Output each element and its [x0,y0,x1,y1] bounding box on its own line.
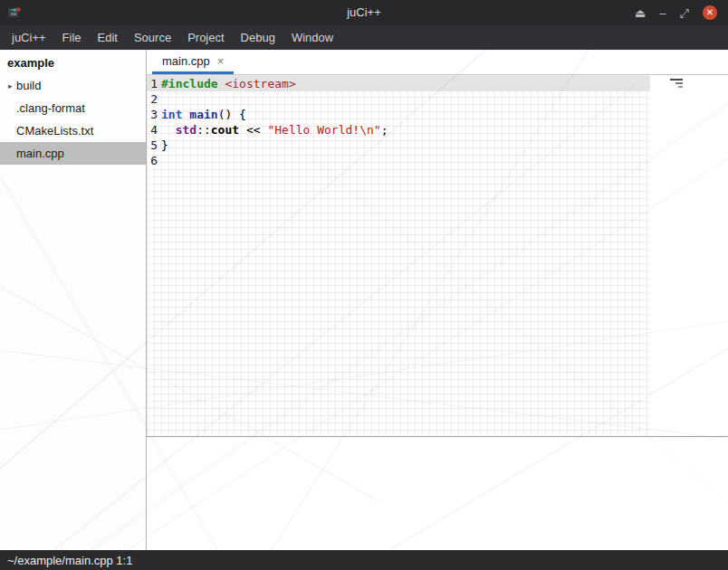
tab-main-cpp[interactable]: main.cpp × [152,50,234,74]
token-plain: << [239,123,267,137]
menu-item-project[interactable]: Project [179,25,232,50]
file-tree-root[interactable]: example [0,50,146,74]
close-button[interactable]: ✕ [703,5,717,20]
token-preproc: #include [161,77,218,90]
output-panel[interactable] [147,436,728,550]
menu-item-window[interactable]: Window [283,25,341,50]
token-keyword: int [161,108,182,121]
window-title: juCi++ [0,0,728,25]
window-controls: ⏏ – ⤢ ✕ [635,0,717,25]
tree-item-label: .clang-format [16,101,85,115]
code-editor[interactable]: 1#include <iostream>23int main() {4 std:… [147,75,728,436]
expander-icon[interactable]: ▸ [0,81,16,90]
code-line-5[interactable]: 5} [147,138,650,153]
code-line-6[interactable]: 6 [147,153,650,168]
line-number: 4 [147,122,161,138]
menubar: juCi++FileEditSourceProjectDebugWindow [0,25,728,50]
token-plain: ; [381,123,388,137]
menu-item-source[interactable]: Source [126,25,179,50]
tree-item-label: CMakeLists.txt [16,124,93,138]
menu-item-debug[interactable]: Debug [233,25,283,50]
shade-button[interactable]: ⏏ [635,7,646,19]
token-plain: () { [218,108,246,121]
tree-item-cmakelists-txt[interactable]: CMakeLists.txt [0,119,146,142]
file-tree-panel: example ▸build.clang-formatCMakeLists.tx… [0,50,147,550]
code-area[interactable]: 1#include <iostream>23int main() {4 std:… [147,75,650,436]
code-text: std::cout << "Hello World!\n"; [161,122,388,138]
maximize-button[interactable]: ⤢ [680,7,689,19]
content-area: example ▸build.clang-formatCMakeLists.tx… [0,50,728,550]
tree-item-label: build [16,79,41,92]
titlebar[interactable]: juCi++ ⏏ – ⤢ ✕ [0,0,728,25]
token-plain: } [161,138,168,152]
tab-bar: main.cpp × [147,50,728,75]
menu-item-edit[interactable]: Edit [90,25,126,50]
token-ns: std [176,123,196,137]
token-plain: :: [196,123,211,137]
scroll-overview[interactable] [670,79,683,88]
tab-label: main.cpp [162,54,210,68]
code-line-4[interactable]: 4 std::cout << "Hello World!\n"; [147,122,650,138]
code-text: #include <iostream> [161,76,296,91]
line-number: 1 [147,76,161,91]
line-number: 2 [147,91,161,107]
token-string: "Hello World!\n" [267,123,380,137]
statusbar: ~/example/main.cpp 1:1 [0,550,728,570]
editor-right-margin [650,75,728,436]
tree-item-label: main.cpp [16,147,64,160]
code-text: } [161,138,168,153]
line-number: 3 [147,107,161,122]
code-text: int main() { [161,107,246,122]
tree-item-main-cpp[interactable]: main.cpp [0,142,146,165]
app-window: juCi++ ⏏ – ⤢ ✕ juCi++FileEditSourceProje… [0,0,728,570]
tree-item--clang-format[interactable]: .clang-format [0,97,146,119]
minimize-button[interactable]: – [659,7,666,19]
statusbar-file-position: ~/example/main.cpp 1:1 [7,554,132,567]
main-panel: main.cpp × 1#include <iostream>23int mai… [147,50,728,550]
menu-item-juci[interactable]: juCi++ [4,25,54,50]
token-func: main [189,108,217,121]
file-tree-items: ▸build.clang-formatCMakeLists.txtmain.cp… [0,74,146,165]
token-member: cout [211,123,239,137]
menu-item-file[interactable]: File [54,25,90,50]
tree-item-build[interactable]: ▸build [0,74,146,97]
code-line-1[interactable]: 1#include <iostream> [147,76,650,91]
token-incpath: <iostream> [225,77,295,90]
code-line-3[interactable]: 3int main() { [147,107,650,122]
tab-close-icon[interactable]: × [217,54,225,68]
line-number: 6 [147,153,161,168]
code-line-2[interactable]: 2 [147,91,650,107]
token-plain [161,123,176,137]
line-number: 5 [147,138,161,153]
